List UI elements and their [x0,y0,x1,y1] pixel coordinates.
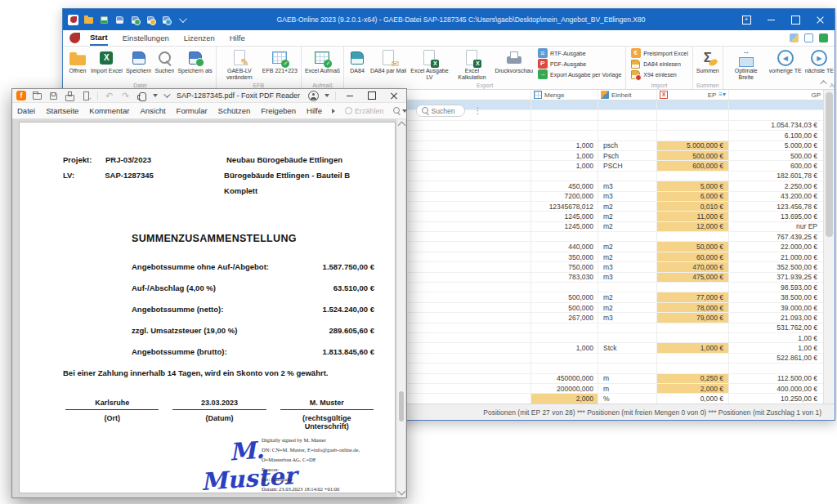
cell-menge[interactable] [530,121,598,130]
cell-menge[interactable] [530,172,598,181]
ribbon-speichern[interactable]: Speichern [124,47,154,82]
cell-gp[interactable]: 371.939,25 € [728,273,823,282]
cell-einheit[interactable] [598,172,656,181]
tab-lizenzen[interactable]: Lizenzen [184,30,215,46]
cell-gp[interactable]: 123.456,78 € [728,202,823,211]
cell-ep[interactable]: 500,000 € [656,151,728,160]
cell-einheit[interactable]: PSCH [598,161,656,170]
ribbon-nächste-te[interactable]: nächste TE [803,47,835,82]
cell-menge[interactable] [530,110,598,119]
cell-einheit[interactable] [598,323,656,332]
cell-ep[interactable]: 5,000 € [656,181,728,190]
cell-menge[interactable] [530,323,598,332]
scroll-down-icon[interactable] [398,488,406,496]
header-gp[interactable]: GP [728,90,823,100]
cell-gp[interactable]: 5.000,00 € [728,141,823,150]
save-as-green-icon[interactable] [130,15,141,25]
cell-ep[interactable] [656,333,728,342]
cell-menge[interactable]: 450000,000 [530,374,598,383]
cell-ep[interactable]: 78,000 € [656,303,728,312]
cell-ep[interactable] [656,364,728,372]
table-scrollbar-thumb[interactable] [826,92,833,237]
cell-menge[interactable]: 783,030 [530,273,598,282]
cell-gp[interactable]: 182.601,78 € [728,172,823,181]
cell-menge[interactable]: 1,000 [530,161,598,170]
cell-einheit[interactable]: m3 [598,192,656,201]
cell-einheit[interactable]: m3 [598,273,656,282]
window-layout-icon[interactable] [804,33,813,42]
ribbon-import-excel[interactable]: Import Excel [89,47,124,82]
menu-kommentar[interactable]: Kommentar [89,106,129,115]
hand-tool-icon[interactable] [137,91,147,101]
cell-gp[interactable]: 21.000,00 € [728,252,823,261]
cell-einheit[interactable] [598,110,656,119]
search-box[interactable] [416,105,465,117]
theme-icon[interactable] [790,33,799,42]
ribbon-suchen[interactable]: Suchen [153,47,176,82]
cell-gp[interactable]: 500,00 € [728,151,823,160]
cell-gp[interactable]: 1,00 € [728,343,823,352]
cell-ep[interactable] [656,232,728,241]
header-einheit[interactable]: Einheit [598,90,656,100]
print-icon[interactable] [65,91,75,101]
cell-ep[interactable] [656,100,728,109]
cell-einheit[interactable] [598,283,656,292]
cell-gp[interactable] [728,110,823,119]
cell-ep[interactable]: 600,000 € [656,161,728,170]
cell-menge[interactable] [530,364,598,372]
cell-einheit[interactable]: Stck [598,343,656,352]
tab-einstellungen[interactable]: Einstellungen [123,30,169,46]
pdf-close-icon[interactable] [386,90,402,101]
cell-einheit[interactable] [598,131,656,140]
cell-einheit[interactable]: m3 [598,313,656,322]
foxit-logo-icon[interactable] [16,91,26,100]
maximize-icon[interactable] [784,11,807,28]
cell-menge[interactable]: 750,000 [530,262,598,271]
cell-einheit[interactable]: m [598,384,656,393]
header-menge[interactable]: Menge [530,90,598,100]
menu-datei[interactable]: Datei [17,106,35,115]
cell-ep[interactable]: 2,000 € [656,384,728,393]
cell-menge[interactable] [530,283,598,292]
ribbon-excel-aufmaß[interactable]: Excel Aufmaß [303,47,342,82]
cell-ep[interactable]: 0,250 € [656,374,728,383]
cell-menge[interactable]: 440,000 [530,242,598,251]
cell-ep[interactable]: 6,000 € [656,192,728,201]
header-ep[interactable]: EP [656,90,728,100]
cell-gp[interactable]: 38.500,00 € [728,292,823,301]
cell-menge[interactable]: 267,000 [530,313,598,322]
cell-menge[interactable] [530,100,598,109]
cell-ep[interactable]: 1,000 € [656,343,728,352]
cell-gp[interactable]: 767.439,25 € [728,232,823,241]
cell-menge[interactable]: 350,000 [530,252,598,261]
pdf-maximize-icon[interactable] [364,90,380,101]
cell-gp[interactable]: 600,00 € [728,161,823,170]
gaeb-app-icon[interactable] [69,33,80,43]
menu-ansicht[interactable]: Ansicht [140,106,165,115]
table-scrollbar[interactable] [823,90,835,404]
cell-menge[interactable]: 1245,000 [530,212,598,221]
cell-ep[interactable]: 475,000 € [656,273,728,282]
cell-ep[interactable]: 79,000 € [656,313,728,322]
cell-einheit[interactable]: m2 [598,222,656,231]
scroll-up-icon[interactable] [398,122,406,130]
cell-einheit[interactable]: m3 [598,262,656,271]
addon-icon[interactable] [819,33,828,42]
cell-einheit[interactable] [598,364,656,372]
cell-einheit[interactable]: m [598,374,656,383]
close-icon[interactable] [808,11,831,28]
cell-ep[interactable]: 5.000,000 € [656,141,728,150]
cell-menge[interactable]: 2,000 [530,394,598,403]
cell-gp[interactable] [728,364,823,372]
account-dropdown-icon[interactable] [325,94,329,97]
cell-gp[interactable]: 2.250,00 € [728,181,823,190]
cell-gp[interactable]: 6.100,00 € [728,131,823,140]
cell-ep[interactable] [656,121,728,130]
cell-einheit[interactable]: m3 [598,181,656,190]
app-logo-icon[interactable] [68,15,78,25]
ribbon-preisimport-excel[interactable]: Preisimport Excel [630,48,687,58]
cell-gp[interactable] [728,100,823,109]
toolbar-expand-icon[interactable] [163,91,170,97]
cell-gp[interactable]: 522.861,00 € [728,354,823,363]
open-folder-icon[interactable] [83,15,94,25]
